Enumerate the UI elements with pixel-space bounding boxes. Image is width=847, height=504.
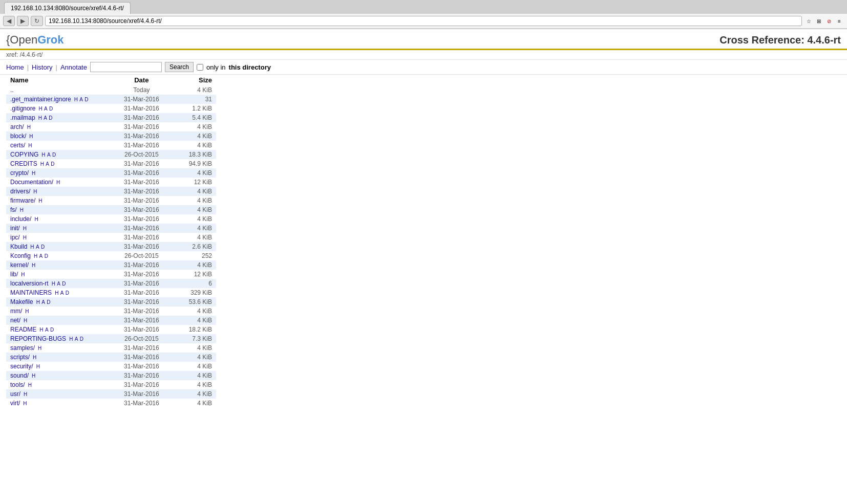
had-link-h[interactable]: H bbox=[55, 290, 58, 296]
file-link[interactable]: lib/ bbox=[10, 271, 18, 278]
file-link[interactable]: drivers/ bbox=[10, 188, 30, 195]
address-bar[interactable] bbox=[45, 16, 802, 26]
had-link-d[interactable]: D bbox=[50, 327, 54, 333]
had-link-d[interactable]: D bbox=[49, 115, 52, 121]
file-link[interactable]: init/ bbox=[10, 225, 20, 232]
file-link[interactable]: arch/ bbox=[10, 123, 24, 130]
file-link[interactable]: certs/ bbox=[10, 142, 25, 149]
had-link-h[interactable]: H bbox=[38, 198, 42, 204]
had-link-a[interactable]: A bbox=[57, 281, 60, 287]
had-link-h[interactable]: H bbox=[24, 318, 27, 323]
had-link-h[interactable]: H bbox=[29, 134, 33, 139]
had-link-a[interactable]: A bbox=[75, 336, 78, 342]
had-link-h[interactable]: H bbox=[69, 336, 73, 342]
file-link[interactable]: .gitignore bbox=[10, 105, 35, 112]
had-link-h[interactable]: H bbox=[32, 373, 35, 379]
had-link-h[interactable]: H bbox=[40, 161, 44, 167]
star-icon[interactable]: ☆ bbox=[804, 16, 813, 26]
file-link[interactable]: .. bbox=[10, 86, 14, 94]
file-link[interactable]: Kconfig bbox=[10, 252, 31, 259]
had-link-h[interactable]: H bbox=[23, 235, 27, 240]
had-link-h[interactable]: H bbox=[34, 253, 37, 259]
had-link-h[interactable]: H bbox=[32, 170, 35, 176]
had-link-a[interactable]: A bbox=[44, 115, 47, 121]
had-link-d[interactable]: D bbox=[49, 106, 53, 112]
settings-icon[interactable]: ≡ bbox=[835, 16, 844, 26]
had-link-h[interactable]: H bbox=[21, 272, 25, 277]
file-link[interactable]: REPORTING-BUGS bbox=[10, 335, 66, 342]
file-link[interactable]: localversion-rt bbox=[10, 280, 49, 287]
ext-icon[interactable]: ⊞ bbox=[814, 16, 823, 26]
had-link-h[interactable]: H bbox=[32, 262, 35, 268]
had-link-h[interactable]: H bbox=[41, 152, 45, 158]
only-in-dir-checkbox[interactable] bbox=[197, 64, 203, 71]
had-link-a[interactable]: A bbox=[60, 290, 64, 296]
file-link[interactable]: sound/ bbox=[10, 372, 29, 379]
file-link[interactable]: virt/ bbox=[10, 400, 20, 407]
had-link-h[interactable]: H bbox=[38, 106, 42, 112]
had-link-h[interactable]: H bbox=[36, 364, 40, 369]
had-link-h[interactable]: H bbox=[33, 355, 36, 360]
had-link-d[interactable]: D bbox=[62, 281, 66, 287]
had-link-h[interactable]: H bbox=[24, 391, 27, 397]
history-link[interactable]: History bbox=[32, 63, 52, 71]
file-link[interactable]: security/ bbox=[10, 363, 33, 370]
had-link-d[interactable]: D bbox=[45, 253, 48, 259]
file-link[interactable]: Kbuild bbox=[10, 243, 27, 250]
had-link-d[interactable]: D bbox=[80, 336, 83, 342]
file-link[interactable]: README bbox=[10, 326, 36, 333]
had-link-a[interactable]: A bbox=[36, 244, 39, 250]
had-link-d[interactable]: D bbox=[51, 161, 54, 167]
had-link-h[interactable]: H bbox=[36, 299, 40, 305]
had-link-a[interactable]: A bbox=[39, 253, 43, 259]
file-link[interactable]: include/ bbox=[10, 215, 31, 223]
search-button[interactable]: Search bbox=[165, 62, 194, 72]
had-link-h[interactable]: H bbox=[25, 309, 29, 314]
adblock-icon[interactable]: ⊘ bbox=[824, 16, 834, 26]
file-link[interactable]: net/ bbox=[10, 317, 20, 324]
had-link-d[interactable]: D bbox=[66, 290, 69, 296]
had-link-h[interactable]: H bbox=[30, 244, 34, 250]
had-link-h[interactable]: H bbox=[23, 226, 27, 231]
had-link-h[interactable]: H bbox=[38, 115, 42, 121]
file-link[interactable]: kernel/ bbox=[10, 261, 29, 269]
had-link-a[interactable]: A bbox=[44, 106, 48, 112]
had-link-h[interactable]: H bbox=[27, 124, 31, 130]
file-link[interactable]: crypto/ bbox=[10, 169, 29, 177]
home-link[interactable]: Home bbox=[6, 63, 24, 71]
file-link[interactable]: usr/ bbox=[10, 390, 20, 398]
had-link-d[interactable]: D bbox=[84, 97, 88, 102]
had-link-a[interactable]: A bbox=[45, 327, 49, 333]
file-link[interactable]: firmware/ bbox=[10, 197, 35, 204]
had-link-a[interactable]: A bbox=[46, 161, 49, 167]
had-link-d[interactable]: D bbox=[52, 152, 56, 158]
file-link[interactable]: COPYING bbox=[10, 151, 38, 158]
had-link-a[interactable]: A bbox=[47, 152, 51, 158]
browser-tab[interactable]: 192.168.10.134:8080/source/xref/4.4.6-rt… bbox=[4, 2, 131, 14]
had-link-h[interactable]: H bbox=[52, 281, 55, 287]
had-link-h[interactable]: H bbox=[23, 401, 27, 406]
reload-button[interactable]: ↻ bbox=[31, 16, 43, 26]
had-link-h[interactable]: H bbox=[38, 345, 41, 351]
had-link-h[interactable]: H bbox=[33, 189, 37, 194]
had-link-a[interactable]: A bbox=[79, 97, 83, 102]
had-link-h[interactable]: H bbox=[74, 97, 78, 102]
file-link[interactable]: mm/ bbox=[10, 308, 22, 315]
had-link-a[interactable]: A bbox=[41, 299, 45, 305]
file-link[interactable]: .get_maintainer.ignore bbox=[10, 96, 71, 103]
had-link-h[interactable]: H bbox=[39, 327, 43, 333]
file-link[interactable]: Documentation/ bbox=[10, 179, 53, 186]
file-link[interactable]: CREDITS bbox=[10, 160, 37, 167]
had-link-h[interactable]: H bbox=[56, 180, 60, 185]
had-link-h[interactable]: H bbox=[28, 143, 32, 148]
search-input[interactable] bbox=[90, 62, 162, 72]
file-link[interactable]: Makefile bbox=[10, 298, 33, 305]
back-button[interactable]: ◀ bbox=[3, 16, 15, 26]
had-link-h[interactable]: H bbox=[20, 207, 24, 213]
had-link-h[interactable]: H bbox=[28, 382, 32, 388]
file-link[interactable]: scripts/ bbox=[10, 354, 30, 361]
annotate-link[interactable]: Annotate bbox=[60, 63, 87, 71]
file-link[interactable]: block/ bbox=[10, 133, 26, 140]
file-link[interactable]: .mailmap bbox=[10, 114, 35, 121]
file-link[interactable]: ipc/ bbox=[10, 234, 20, 241]
